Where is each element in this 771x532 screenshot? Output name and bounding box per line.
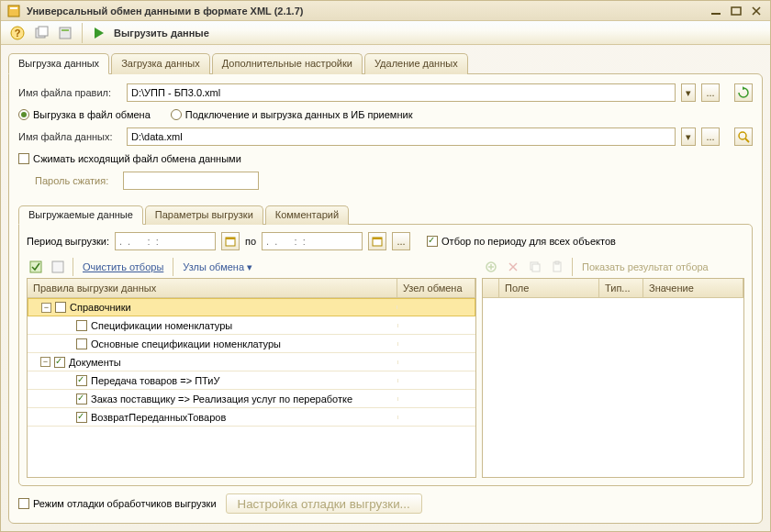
tree-checkbox[interactable]: [54, 357, 65, 368]
maximize-button[interactable]: [728, 4, 744, 18]
svg-rect-11: [61, 29, 69, 31]
rules-row[interactable]: ВозвратПереданныхТоваров: [28, 408, 475, 427]
titlebar: Универсальный обмен данными в формате XM…: [1, 1, 770, 21]
rules-file-label: Имя файла правил:: [18, 87, 121, 98]
period-to-calendar[interactable]: [368, 232, 386, 250]
period-from-input[interactable]: [115, 232, 216, 250]
tree-label: Передача товаров => ПТиУ: [91, 375, 219, 386]
tree-expander[interactable]: −: [40, 357, 50, 367]
tab-import[interactable]: Загрузка данных: [111, 53, 210, 74]
svg-rect-10: [60, 28, 71, 39]
col-rules: Правила выгрузки данных: [28, 279, 397, 297]
tree-checkbox[interactable]: [76, 338, 87, 349]
help-button[interactable]: ?: [6, 23, 28, 43]
col-mark: [483, 279, 499, 297]
filter-copy-icon[interactable]: [526, 258, 544, 276]
toolbar-button-2[interactable]: [30, 23, 52, 43]
period-label: Период выгрузки:: [27, 236, 109, 247]
compress-checkbox[interactable]: Сжимать исходящий файл обмена данными: [18, 153, 241, 164]
rules-row[interactable]: Основные спецификации номенклатуры: [28, 335, 475, 353]
period-from-calendar[interactable]: [221, 232, 240, 250]
period-filter-all-box: [427, 236, 438, 247]
grid-uncheckall-icon[interactable]: [49, 258, 67, 276]
svg-marker-12: [95, 28, 104, 39]
tree-checkbox[interactable]: [76, 393, 87, 405]
tree-checkbox[interactable]: [76, 320, 87, 331]
svg-rect-1: [10, 7, 17, 9]
svg-rect-21: [52, 261, 63, 272]
period-to-input[interactable]: [262, 232, 363, 250]
tab-delete[interactable]: Удаление данных: [364, 53, 468, 74]
grid-checkall-icon[interactable]: [27, 258, 45, 276]
chevron-down-icon: ▾: [247, 261, 252, 273]
rules-row[interactable]: Передача товаров => ПТиУ: [28, 371, 475, 390]
inner-tab-data[interactable]: Выгружаемые данные: [18, 205, 143, 225]
inner-tab-comment[interactable]: Комментарий: [265, 205, 349, 225]
data-file-search[interactable]: [734, 127, 753, 146]
window-title: Универсальный обмен данными в формате XM…: [27, 6, 704, 17]
svg-rect-9: [39, 27, 48, 36]
rules-file-input[interactable]: [127, 83, 676, 102]
col-value: Значение: [643, 279, 743, 297]
radio-export-connect-dot: [171, 109, 182, 120]
col-type: Тип...: [599, 279, 643, 297]
minimize-button[interactable]: [708, 4, 724, 18]
svg-rect-3: [732, 7, 741, 15]
debug-settings-button[interactable]: Настройка отладки выгрузки...: [226, 493, 422, 514]
rules-row[interactable]: Заказ поставщику => Реализация услуг по …: [28, 390, 475, 408]
svg-rect-28: [532, 264, 540, 272]
filter-add-icon[interactable]: [482, 258, 500, 276]
period-ellipsis[interactable]: ...: [392, 232, 410, 250]
period-filter-all[interactable]: Отбор по периоду для всех объектов: [427, 236, 616, 247]
rules-row[interactable]: Спецификации номенклатуры: [28, 316, 475, 335]
tree-expander[interactable]: −: [41, 303, 51, 313]
filter-remove-icon[interactable]: [504, 258, 522, 276]
radio-export-file[interactable]: Выгрузка в файл обмена: [18, 109, 151, 120]
main-toolbar: ? Выгрузить данные: [1, 21, 770, 45]
close-button[interactable]: [748, 4, 765, 18]
rules-file-refresh[interactable]: [734, 83, 753, 102]
data-file-dropdown[interactable]: ▾: [681, 127, 696, 146]
filter-grid: Поле Тип... Значение: [482, 278, 744, 478]
export-pane: Имя файла правил: ▾ ... Выгрузка в файл …: [8, 73, 763, 524]
run-button[interactable]: [88, 23, 110, 43]
rules-grid: Правила выгрузки данных Узел обмена −Спр…: [27, 278, 476, 478]
tab-export[interactable]: Выгрузка данных: [8, 53, 109, 74]
svg-text:?: ?: [15, 28, 21, 39]
toolbar-button-3[interactable]: [54, 23, 76, 43]
filter-grid-body[interactable]: [483, 298, 743, 477]
inner-tab-params[interactable]: Параметры выгрузки: [145, 205, 263, 225]
tree-checkbox[interactable]: [76, 375, 87, 386]
debug-mode-checkbox[interactable]: Режим отладки обработчиков выгрузки: [18, 498, 217, 509]
svg-rect-20: [30, 261, 41, 272]
rules-row[interactable]: −Справочники: [28, 298, 475, 316]
rules-file-browse[interactable]: ...: [701, 83, 720, 102]
compress-pwd-label: Пароль сжатия:: [35, 175, 117, 186]
nodes-dropdown[interactable]: Узлы обмена ▾: [179, 261, 256, 273]
svg-rect-0: [8, 6, 19, 17]
rules-file-dropdown[interactable]: ▾: [681, 83, 696, 102]
app-icon: [6, 4, 21, 18]
inner-tabs: Выгружаемые данные Параметры выгрузки Ко…: [18, 205, 753, 225]
data-file-input[interactable]: [127, 127, 676, 146]
compress-pwd-input[interactable]: [123, 172, 259, 190]
tree-label: Основные спецификации номенклатуры: [91, 338, 281, 349]
tree-label: Спецификации номенклатуры: [91, 320, 232, 331]
col-field: Поле: [499, 279, 599, 297]
rules-row[interactable]: −Документы: [28, 353, 475, 371]
radio-export-file-dot: [18, 109, 29, 120]
clear-filters-link[interactable]: Очистить отборы: [79, 261, 167, 272]
data-file-browse[interactable]: ...: [701, 127, 720, 146]
filter-paste-icon[interactable]: [548, 258, 566, 276]
period-to-label: по: [245, 236, 256, 247]
svg-line-15: [745, 139, 749, 142]
tree-checkbox[interactable]: [55, 302, 66, 313]
svg-rect-19: [373, 238, 382, 239]
tree-checkbox[interactable]: [76, 412, 87, 423]
tree-label: Справочники: [70, 302, 131, 313]
show-result-link[interactable]: Показать результат отбора: [578, 261, 712, 272]
radio-export-connect[interactable]: Подключение и выгрузка данных в ИБ прием…: [171, 109, 413, 120]
tab-settings[interactable]: Дополнительные настройки: [212, 53, 363, 74]
svg-rect-2: [711, 13, 721, 15]
rules-grid-body[interactable]: −СправочникиСпецификации номенклатурыОсн…: [28, 298, 475, 477]
